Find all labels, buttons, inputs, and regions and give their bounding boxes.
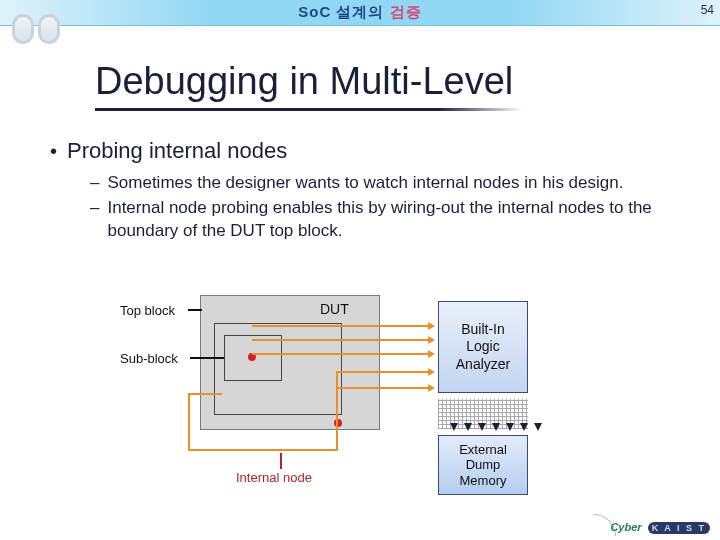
pointer-line [280, 453, 282, 469]
internal-node-label: Internal node [236, 470, 312, 485]
external-dump-memory-box: External Dump Memory [438, 435, 528, 495]
dut-label: DUT [320, 301, 349, 317]
ext-text: External Dump Memory [459, 442, 507, 489]
title-underline [95, 108, 523, 111]
ring-icon [12, 14, 34, 44]
dash-icon: – [90, 172, 99, 195]
header-last: 검증 [390, 3, 422, 20]
pointer-line [188, 309, 202, 311]
chevron-down-icon [534, 423, 542, 431]
arrow-icon [428, 322, 435, 330]
dash-icon: – [90, 197, 99, 243]
page-number: 54 [701, 3, 714, 17]
pointer-line [190, 357, 224, 359]
chevron-down-icon [520, 423, 528, 431]
header-title: SoC 설계의 검증 [298, 3, 421, 22]
cyber-text: Cyber [610, 521, 641, 533]
bila-text: Built-In Logic Analyzer [456, 321, 510, 374]
content-area: • Probing internal nodes – Sometimes the… [50, 138, 670, 245]
wire [252, 353, 430, 355]
down-arrows [450, 423, 542, 431]
footer-logo: Cyber K A I S T [610, 521, 710, 534]
chevron-down-icon [450, 423, 458, 431]
top-block-label: Top block [120, 303, 175, 318]
arrow-icon [428, 384, 435, 392]
slide-title: Debugging in Multi-Level [95, 60, 513, 103]
wire [336, 371, 430, 373]
diagram: DUT Built-In Logic Analyzer External Dum… [120, 295, 620, 505]
chevron-down-icon [478, 423, 486, 431]
bullet-dot-icon: • [50, 141, 57, 161]
header-bar: SoC 설계의 검증 54 [0, 0, 720, 26]
kaist-badge: K A I S T [648, 522, 710, 534]
bullet-level1: • Probing internal nodes [50, 138, 670, 164]
wire [188, 393, 190, 451]
header-soc: SoC [298, 3, 331, 20]
header-mid: 설계의 [331, 3, 389, 20]
chevron-down-icon [464, 423, 472, 431]
wire [188, 393, 222, 395]
wire [252, 325, 430, 327]
wire [336, 387, 430, 389]
bullet-level2: – Sometimes the designer wants to watch … [90, 172, 670, 195]
sub-block-label: Sub-block [120, 351, 178, 366]
wire [252, 339, 430, 341]
arrow-icon [428, 350, 435, 358]
ring-icon [38, 14, 60, 44]
built-in-logic-analyzer-box: Built-In Logic Analyzer [438, 301, 528, 393]
chevron-down-icon [492, 423, 500, 431]
arrow-icon [428, 336, 435, 344]
arrow-icon [428, 368, 435, 376]
chevron-down-icon [506, 423, 514, 431]
wire [336, 421, 338, 451]
wire [336, 371, 338, 421]
binder-rings [12, 14, 60, 44]
bullet-main-text: Probing internal nodes [67, 138, 287, 164]
bullet-sub1-text: Sometimes the designer wants to watch in… [107, 172, 623, 195]
bullet-sub2-text: Internal node probing enables this by wi… [107, 197, 670, 243]
bullet-level2: – Internal node probing enables this by … [90, 197, 670, 243]
wire [188, 449, 338, 451]
